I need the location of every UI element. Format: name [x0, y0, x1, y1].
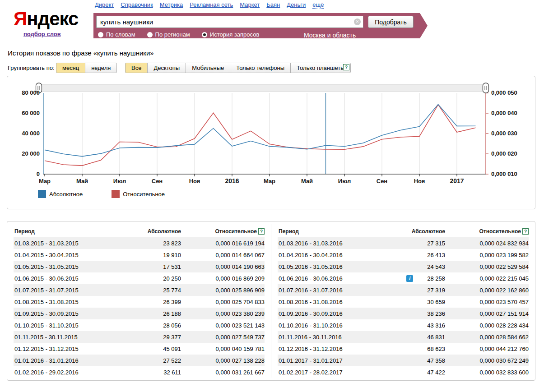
- group-option-1[interactable]: неделя: [85, 63, 117, 73]
- legend-swatch: [112, 190, 120, 198]
- nav-link-1[interactable]: Справочник: [121, 1, 153, 8]
- absolute-cell: 26 399: [118, 299, 181, 305]
- right-axis-label: 0,000 010: [491, 171, 517, 177]
- table-row: 01.04.2016 - 30.04.201626 4130,000 023 1…: [278, 249, 529, 261]
- absolute-cell: 27 522: [118, 357, 181, 364]
- relative-cell: 0,000 014 190 663: [181, 263, 265, 270]
- search-mode-0[interactable]: По словам: [98, 31, 135, 38]
- relative-cell: 0,000 028 228 434: [445, 322, 529, 329]
- table-row: 01.10.2016 - 31.10.201643 3160,000 028 2…: [278, 319, 529, 331]
- period-cell: 01.06.2015 - 30.06.2015: [14, 275, 118, 282]
- radio-icon: [202, 32, 207, 37]
- absolute-cell: 45 091: [118, 346, 181, 352]
- table-row: 01.11.2016 - 30.11.201646 8310,000 028 5…: [278, 331, 529, 343]
- left-axis-label: 80 000: [22, 89, 40, 96]
- absolute-cell: 32 611: [118, 369, 181, 376]
- table-row: 01.03.2016 - 31.03.201627 3150,000 024 8…: [278, 237, 529, 249]
- chart-card: 020 00040 00060 00080 0000,000 0100,000 …: [7, 76, 535, 209]
- search-mode-2[interactable]: История запросов: [202, 31, 260, 38]
- device-help-icon[interactable]: ?: [343, 64, 349, 70]
- relative-cell: 0,000 016 869 209: [181, 275, 265, 282]
- period-cell: 01.11.2016 - 30.11.2016: [278, 334, 382, 341]
- table-row: 01.01.2017 - 31.01.201747 3580,000 030 6…: [278, 355, 529, 366]
- period-cell: 01.03.2016 - 31.03.2016: [278, 240, 382, 247]
- period-cell: 01.04.2015 - 30.04.2015: [14, 252, 118, 258]
- x-axis-label: Май: [301, 178, 313, 184]
- device-option-2[interactable]: Мобильные: [186, 63, 230, 73]
- relative-cell: 0,000 025 704 833: [181, 299, 265, 305]
- group-by-label: Группировать по:: [8, 65, 55, 71]
- range-selector-track[interactable]: [42, 84, 483, 92]
- period-cell: 01.03.2015 - 31.03.2015: [14, 240, 118, 247]
- nav-link-2[interactable]: Метрика: [160, 1, 183, 8]
- x-axis-label: Сен: [152, 178, 163, 184]
- device-option-0[interactable]: Все: [125, 63, 148, 73]
- table-row: 01.06.2015 - 30.06.201520 2500,000 016 8…: [14, 272, 265, 284]
- absolute-cell: 24 543: [382, 263, 445, 270]
- absolute-series-line: [45, 105, 476, 157]
- search-mode-1[interactable]: По регионам: [147, 31, 190, 38]
- relative-cell: 0,000 032 833 600: [445, 369, 529, 376]
- absolute-cell: 17 531: [118, 263, 181, 270]
- legend-swatch: [38, 190, 46, 198]
- period-cell: 01.04.2016 - 30.04.2016: [278, 252, 382, 258]
- submit-button[interactable]: Подобрать: [368, 16, 414, 28]
- table-row: 01.09.2015 - 30.09.201526 1880,000 023 3…: [14, 308, 265, 319]
- period-cell: 01.12.2015 - 31.12.2015: [14, 346, 118, 352]
- period-cell: 01.09.2016 - 30.09.2016: [278, 310, 382, 317]
- relative-help-icon[interactable]: ?: [522, 228, 529, 235]
- yandex-logo[interactable]: Яндекс: [14, 8, 78, 30]
- legend-item-0: Абсолютное: [38, 190, 83, 198]
- period-cell: 01.08.2016 - 31.08.2016: [278, 299, 382, 305]
- relative-cell: 0,000 027 151 914: [445, 310, 529, 317]
- right-axis-label: 0,000 040: [491, 110, 517, 116]
- nav-link-3[interactable]: Рекламная сеть: [190, 1, 233, 8]
- period-cell: 01.02.2017 - 28.02.2017: [278, 369, 382, 376]
- relative-cell: 0,000 022 162 860: [445, 287, 529, 294]
- wordstat-home-link[interactable]: подбор слов: [23, 31, 61, 37]
- search-input[interactable]: [96, 16, 363, 28]
- device-option-1[interactable]: Десктопы: [147, 63, 186, 73]
- absolute-cell: 20 250: [118, 275, 181, 282]
- group-option-0[interactable]: месяц: [56, 63, 85, 73]
- device-option-3[interactable]: Только телефоны: [230, 63, 291, 73]
- chart-legend: АбсолютноеОтносительное: [38, 190, 194, 198]
- left-axis-label: 60 000: [22, 110, 40, 116]
- x-axis-label: 2016: [225, 177, 239, 184]
- left-axis-label: 40 000: [22, 130, 40, 137]
- radio-icon: [147, 32, 153, 37]
- nav-link-7[interactable]: ещё: [312, 1, 324, 9]
- relative-cell: 0,000 022 215 045: [445, 275, 529, 282]
- info-icon[interactable]: i: [406, 275, 413, 282]
- device-option-4[interactable]: Только планшеты: [290, 63, 351, 73]
- radio-icon: [98, 32, 103, 37]
- logo-rest: ндекс: [27, 8, 78, 29]
- range-handle-right[interactable]: [483, 83, 489, 93]
- region-link[interactable]: Москва и область: [304, 32, 356, 39]
- x-axis-label: 2017: [450, 177, 464, 184]
- clear-icon[interactable]: ✕: [354, 18, 361, 25]
- relative-cell: 0,000 040 159 781: [181, 346, 265, 352]
- absolute-cell: 47 358: [382, 357, 445, 364]
- table-row: 01.06.2016 - 30.06.2016i28 2580,000 022 …: [278, 272, 529, 284]
- nav-link-6[interactable]: Деньги: [287, 1, 306, 8]
- relative-cell: 0,000 023 199 582: [445, 252, 529, 258]
- search-mode-row: По словамПо регионамИстория запросов: [98, 31, 271, 38]
- right-axis-label: 0,000 020: [491, 150, 517, 157]
- table-row: 01.12.2016 - 31.12.201668 6230,000 044 2…: [278, 343, 529, 355]
- nav-link-0[interactable]: Директ: [95, 1, 114, 8]
- relative-cell: 0,000 014 664 067: [181, 252, 265, 258]
- table-row: 01.02.2017 - 28.02.201747 4220,000 032 8…: [278, 366, 529, 378]
- relative-help-icon[interactable]: ?: [258, 228, 265, 235]
- trend-chart[interactable]: 020 00040 00060 00080 0000,000 0100,000 …: [7, 76, 535, 189]
- period-cell: 01.01.2017 - 31.01.2017: [278, 357, 382, 364]
- nav-link-4[interactable]: Маркет: [240, 1, 260, 8]
- x-axis-label: Мар: [264, 178, 275, 184]
- group-by-segmented-control: месяцнеделя: [56, 63, 117, 73]
- period-cell: 01.05.2015 - 31.05.2015: [14, 263, 118, 270]
- table-header: ПериодАбсолютноеОтносительное?: [14, 226, 265, 237]
- table-row: 01.07.2015 - 31.07.201525 7740,000 025 8…: [14, 284, 265, 296]
- table-row: 01.01.2016 - 31.01.201627 5220,000 027 1…: [14, 355, 265, 366]
- table-row: 01.09.2016 - 30.09.201638 2360,000 027 1…: [278, 308, 529, 319]
- nav-link-5[interactable]: Баян: [266, 1, 280, 8]
